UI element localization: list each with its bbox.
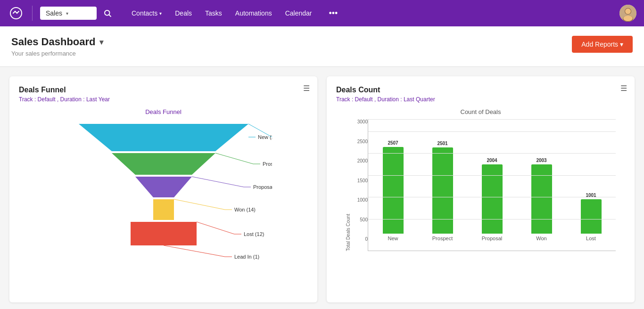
chevron-down-icon: ▾ (66, 11, 68, 16)
svg-line-15 (174, 199, 225, 210)
svg-point-0 (10, 8, 22, 19)
page-title-dropdown[interactable]: ▾ (99, 38, 103, 47)
nav-item-tasks[interactable]: Tasks (199, 6, 228, 21)
y-label-1500: 1500 (353, 178, 368, 183)
app-logo[interactable] (8, 5, 25, 22)
svg-point-7 (623, 16, 633, 21)
grid-line-2000 (368, 153, 616, 154)
bar-new: 2507 New (368, 140, 418, 241)
y-label-3000: 3000 (353, 119, 368, 124)
bar-chart-menu-button[interactable]: ☰ (620, 84, 627, 93)
bar-won: 2003 Won (517, 158, 566, 241)
bar-chart-subtitle: Track : Default , Duration : Last Quarte… (336, 96, 625, 103)
svg-line-2 (109, 15, 111, 16)
deals-funnel-card: Deals Funnel Track : Default , Duration … (9, 76, 317, 302)
page-header: Sales Dashboard ▾ Your sales performance… (0, 26, 644, 67)
svg-line-13 (192, 177, 244, 187)
nav-item-calendar[interactable]: Calendar (280, 6, 318, 21)
svg-line-18 (164, 245, 225, 257)
svg-point-1 (105, 10, 110, 16)
grid-line-2500 (368, 131, 616, 132)
sales-dropdown[interactable]: Sales ▾ (40, 7, 97, 20)
svg-text:Prospect (10): Prospect (10) (263, 161, 272, 167)
svg-marker-8 (79, 124, 248, 151)
page-title: Sales Dashboard ▾ (11, 36, 103, 48)
bar-prospect: 2501 Prospect (418, 141, 467, 241)
bar-new-rect (383, 147, 404, 234)
grid-line-1500 (368, 175, 616, 176)
y-axis-title: Total Deals Count (346, 119, 351, 251)
user-avatar[interactable] (619, 5, 636, 22)
add-reports-button[interactable]: Add Reports ▾ (572, 36, 633, 53)
svg-line-17 (197, 222, 234, 234)
svg-marker-16 (131, 222, 197, 245)
nav-item-automations[interactable]: Automations (230, 6, 278, 21)
svg-text:Proposal (14): Proposal (14) (253, 184, 272, 190)
grid-line-500 (368, 219, 616, 220)
svg-text:Lost (12): Lost (12) (244, 231, 264, 237)
sales-dropdown-label: Sales (46, 9, 62, 17)
bar-lost: 1001 Lost (566, 193, 616, 241)
bar-chart-title: Deals Count (336, 86, 625, 94)
bar-prospect-rect (432, 147, 453, 234)
svg-marker-14 (153, 199, 174, 220)
grid-line-1000 (368, 197, 616, 197)
y-label-0: 0 (353, 236, 368, 242)
y-label-1000: 1000 (353, 197, 368, 203)
funnel-inner-title: Deals Funnel (19, 108, 308, 115)
svg-marker-10 (112, 153, 215, 175)
grid-line-3000 (368, 119, 616, 120)
search-button[interactable] (100, 6, 115, 20)
svg-text:New (24): New (24) (258, 134, 272, 140)
bar-proposal: 2004 Proposal (467, 158, 517, 241)
svg-text:Won (14): Won (14) (234, 207, 256, 212)
main-content: Deals Funnel Track : Default , Duration … (0, 67, 644, 309)
more-options-button[interactable]: ••• (325, 5, 342, 22)
y-label-500: 500 (353, 217, 368, 222)
svg-point-6 (625, 8, 631, 14)
y-axis-labels: 0 500 1000 1500 2000 2500 3000 (353, 119, 368, 251)
funnel-chart-subtitle: Track : Default , Duration : Last Year (19, 96, 308, 103)
bar-lost-rect (581, 199, 602, 234)
svg-text:Lead In (1): Lead In (1) (234, 254, 259, 260)
navbar: Sales ▾ Contacts ▾ Deals Tasks Automatio… (0, 0, 644, 26)
page-title-section: Sales Dashboard ▾ Your sales performance (11, 36, 103, 57)
bar-chart-inner-title: Count of Deals (346, 108, 616, 115)
nav-item-contacts[interactable]: Contacts ▾ (126, 6, 167, 21)
y-label-2000: 2000 (353, 158, 368, 163)
y-label-2500: 2500 (353, 139, 368, 144)
nav-item-deals[interactable]: Deals (169, 6, 198, 21)
svg-line-11 (215, 153, 253, 164)
svg-marker-12 (135, 177, 192, 197)
nav-divider (32, 6, 33, 21)
funnel-menu-button[interactable]: ☰ (303, 84, 310, 93)
funnel-svg: New (24) Prospect (10) Proposal (14) Won… (55, 119, 272, 265)
deals-count-card: Deals Count Track : Default , Duration :… (327, 76, 635, 302)
chevron-down-icon: ▾ (159, 11, 162, 16)
nav-items: Contacts ▾ Deals Tasks Automations Calen… (126, 6, 318, 21)
funnel-chart-title: Deals Funnel (19, 86, 308, 94)
page-subtitle: Your sales performance (11, 50, 103, 57)
